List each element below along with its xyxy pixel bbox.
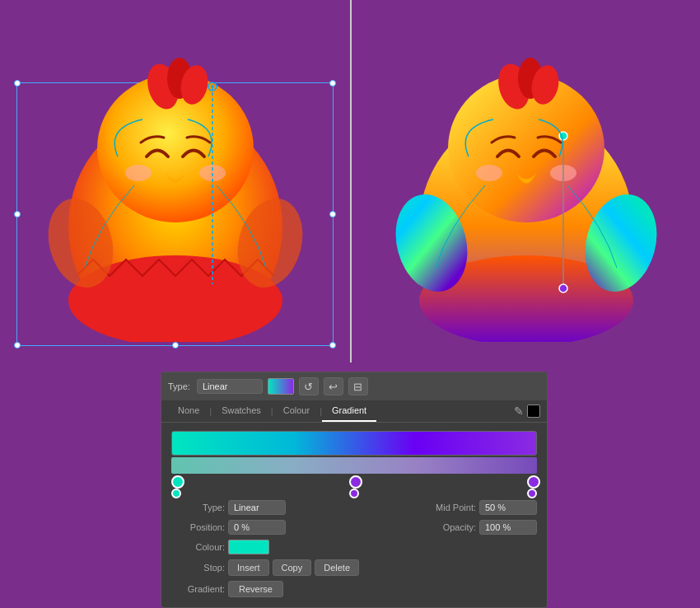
tab-swatches[interactable]: Swatches [212,400,271,422]
gradient-label: Gradient: [171,584,225,594]
handle-top-left[interactable] [14,80,21,87]
gradient-color-swatch-toolbar[interactable] [268,378,294,395]
canvas-divider [350,0,352,362]
opacity-label: Opacity: [422,522,476,532]
tab-colour[interactable]: Colour [273,400,320,422]
svg-point-25 [559,284,567,292]
undo-icon-btn[interactable]: ↩ [324,377,343,395]
copy-button[interactable]: Copy [273,559,312,576]
eyedropper-icon[interactable]: ✎ [514,405,524,418]
handle-bottom-left[interactable] [14,342,21,348]
position-prop-row: Position: 0 % 25 % 50 % 100 % Opacity: 1… [171,520,537,535]
type-prop-row: Type: Linear Radial Mid Point: 50 % 25 %… [171,500,537,515]
options-icon-btn[interactable]: ⊟ [348,377,368,395]
position-label: Position: [171,522,225,532]
gradient-bar-container [161,423,547,495]
gradient-stop-left[interactable] [171,475,181,489]
gradient-panel: Type: Linear Radial None ↺ ↩ ⊟ None | Sw… [161,372,548,608]
toolbar-row: Type: Linear Radial None ↺ ↩ ⊟ [161,372,547,400]
chick-right [386,21,666,342]
handle-top-right[interactable] [329,80,336,87]
gradient-secondary-bar [171,457,537,474]
handle-bottom-mid[interactable] [172,342,179,348]
midpoint-label: Mid Point: [422,503,476,512]
type-toolbar-label: Type: [168,381,190,391]
handle-mid-left[interactable] [14,211,21,217]
type-prop-select[interactable]: Linear Radial [228,500,286,515]
canvas-left [0,0,350,362]
tabs-row: None | Swatches | Colour | Gradient ✎ [161,400,547,423]
delete-button[interactable]: Delete [315,559,359,576]
svg-point-21 [476,165,502,181]
opacity-select[interactable]: 100 % 75 % 50 % 25 % [479,520,537,535]
position-select[interactable]: 0 % 25 % 50 % 100 % [228,520,286,535]
colour-prop-row: Colour: [171,540,537,554]
gradient-stop-right[interactable] [527,475,537,489]
tab-none[interactable]: None [168,400,209,422]
tab-gradient[interactable]: Gradient [322,400,376,422]
black-swatch[interactable] [527,405,540,418]
stop-label: Stop: [171,563,225,573]
canvas-area [0,0,700,362]
svg-point-12 [211,85,214,88]
gradient-prop-row: Gradient: Reverse [171,581,537,597]
handle-bottom-right[interactable] [329,342,336,348]
stop-prop-row: Stop: Insert Copy Delete [171,559,537,576]
properties-area: Type: Linear Radial Mid Point: 50 % 25 %… [161,495,547,607]
colour-label: Colour: [171,542,225,552]
insert-button[interactable]: Insert [228,559,269,576]
gradient-bar[interactable] [171,431,537,456]
type-prop-label: Type: [171,503,225,512]
gradient-stop-mid[interactable] [349,475,359,489]
type-toolbar-select[interactable]: Linear Radial None [197,379,263,394]
midpoint-select[interactable]: 50 % 25 % 75 % [479,500,537,515]
reverse-icon-btn[interactable]: ↺ [299,377,319,395]
reverse-button[interactable]: Reverse [228,581,283,597]
canvas-right [350,0,700,362]
colour-swatch[interactable] [228,540,269,554]
chick-left [35,21,315,342]
svg-point-8 [125,165,152,181]
handle-mid-right[interactable] [329,211,336,217]
